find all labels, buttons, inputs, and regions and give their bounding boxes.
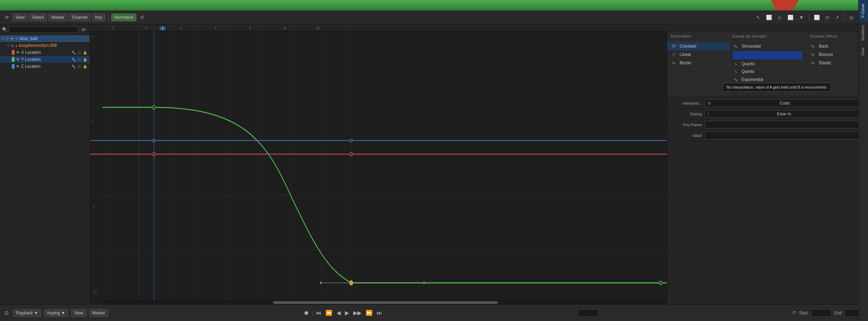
play-first-btn[interactable]: ⏮ bbox=[314, 309, 323, 317]
channel-item-z-location[interactable]: 👁 Z Location 🔧 ☑ 🔒 bbox=[0, 63, 90, 70]
bottom-bar: ⊙ Playback ▼ Keying ▼ View Marker ⏺ | ⏮ … bbox=[0, 304, 868, 321]
interp-item-sinusoidal[interactable]: ∿ Sinusoidal bbox=[729, 42, 806, 50]
playback-label: Playback bbox=[16, 311, 33, 315]
select-menu-btn[interactable]: Select bbox=[29, 14, 47, 21]
cubic-highlight-bar bbox=[733, 51, 803, 59]
tab-modifiers[interactable]: Modifiers bbox=[859, 21, 868, 44]
marker-menu-btn[interactable]: Marker bbox=[48, 14, 67, 21]
back-label: Back bbox=[819, 44, 828, 49]
box-icon-btn[interactable]: ⬜ bbox=[764, 14, 774, 21]
tab-fcurve[interactable]: F-Curve bbox=[859, 0, 868, 21]
channel-search-input[interactable] bbox=[9, 26, 78, 33]
crop-icon-btn[interactable]: ⬜ bbox=[785, 14, 795, 21]
svg-point-22 bbox=[320, 282, 322, 284]
ruler-mark-4: 4 bbox=[214, 26, 216, 30]
svg-point-24 bbox=[423, 282, 425, 284]
gizmo-btn[interactable]: ⊙ bbox=[823, 14, 832, 21]
interp-prop-dropdown[interactable]: 3/ Cubic ▼ bbox=[705, 99, 865, 107]
x-lock-btn[interactable]: 🔒 bbox=[82, 50, 88, 55]
swap-direction-btn[interactable]: ⇄ bbox=[79, 26, 88, 33]
channel-name-z: Z Location bbox=[21, 64, 69, 69]
z-wrench-btn[interactable]: 🔧 bbox=[71, 64, 76, 69]
easing-prop-dropdown[interactable]: / Ease In ▼ bbox=[705, 110, 865, 118]
exp-label: Exponential bbox=[742, 77, 764, 82]
start-frame-input[interactable]: 1 bbox=[811, 309, 832, 317]
x-channel-actions: 🔧 ☑ 🔒 bbox=[71, 50, 88, 55]
playback-btn[interactable]: Playback ▼ bbox=[13, 309, 41, 317]
easing-prop-value: Ease In bbox=[777, 112, 791, 116]
ruler-mark-2: 2 bbox=[180, 26, 182, 30]
keying-btn[interactable]: Keying ▼ bbox=[44, 309, 68, 317]
record-btn[interactable]: ⏺ bbox=[302, 309, 310, 317]
exp-icon: ∿ bbox=[733, 77, 739, 82]
tab-view[interactable]: View bbox=[859, 44, 868, 59]
keyframe-prop-input[interactable]: 1.000 bbox=[705, 121, 865, 129]
scroll-thumb[interactable] bbox=[273, 301, 498, 304]
back-icon: ∿ bbox=[810, 43, 816, 49]
channel-item-blue-ball[interactable]: ▽ ▽ 👁 ⊙ blue_ball bbox=[0, 35, 90, 42]
overlay-btn[interactable]: ⬜ bbox=[812, 14, 822, 21]
view-btn[interactable]: View bbox=[71, 309, 86, 317]
transform-icon-btn[interactable]: ⟳ bbox=[3, 14, 11, 21]
eye-icon-x[interactable]: 👁 bbox=[16, 50, 20, 55]
linear-icon: / bbox=[671, 52, 677, 57]
x-color-swatch bbox=[12, 50, 15, 55]
play-next-btn[interactable]: ▶▶ bbox=[352, 309, 363, 317]
mode-icon-btn[interactable]: ⊙ bbox=[3, 309, 10, 317]
eye-icon-y[interactable]: 👁 bbox=[16, 57, 20, 61]
z-lock-btn[interactable]: 🔒 bbox=[82, 64, 88, 69]
marker-btn[interactable]: Marker bbox=[89, 309, 108, 317]
channel-item-icosphere[interactable]: ▽ ⊙ ⬥ IcosphereAction.009 bbox=[0, 42, 90, 49]
play-next-key-btn[interactable]: ⏩ bbox=[364, 309, 374, 317]
x-check-btn[interactable]: ☑ bbox=[77, 50, 82, 55]
interp-item-bezier[interactable]: ∿ Bezier bbox=[667, 59, 729, 67]
play-last-btn[interactable]: ⏭ bbox=[375, 309, 384, 317]
eye-icon-z[interactable]: 👁 bbox=[16, 64, 20, 68]
y-axis: 5 0 -5 -10 bbox=[90, 31, 104, 297]
channel-item-x-location[interactable]: 👁 X Location 🔧 ☑ 🔒 bbox=[0, 49, 90, 56]
play-prev-btn[interactable]: ◀ bbox=[335, 309, 342, 317]
sinusoidal-icon: ∿ bbox=[733, 43, 739, 49]
snap-btn[interactable]: ↗ bbox=[833, 14, 841, 21]
ruler-mark-10: 10 bbox=[316, 26, 320, 30]
cursor-icon-btn[interactable]: ↖ bbox=[754, 14, 763, 21]
y-lock-btn[interactable]: 🔒 bbox=[82, 57, 88, 62]
channel-menu-btn[interactable]: Channel bbox=[69, 14, 91, 21]
refresh-btn[interactable]: ↺ bbox=[138, 14, 146, 21]
view-menu-btn[interactable]: View bbox=[12, 14, 28, 21]
eye-icon[interactable]: 👁 bbox=[10, 36, 14, 41]
z-check-btn[interactable]: ☑ bbox=[77, 64, 82, 69]
play-btn[interactable]: ▶ bbox=[343, 309, 350, 317]
graph-ruler: -2 0 1 2 4 6 8 10 bbox=[90, 24, 868, 31]
properties-panel: Interpolat... 3/ Cubic ▼ Easing / Ease I… bbox=[667, 95, 868, 304]
interp-item-quintic[interactable]: ∿ Quintic bbox=[729, 68, 806, 75]
interp-item-quartic[interactable]: ∿ Quartic bbox=[729, 60, 806, 68]
channel-name-icosphere: IcosphereAction.009 bbox=[19, 43, 88, 48]
frame-display[interactable]: 1 bbox=[578, 309, 598, 317]
interp-item-linear[interactable]: / Linear bbox=[667, 50, 729, 59]
playback-controls: ⏺ | ⏮ ⏪ ◀ ▶ ▶▶ ⏩ ⏭ bbox=[302, 309, 384, 317]
body-area: 🔍 ⇄ ▽ ▽ 👁 ⊙ blue_ball ▽ ⊙ ⬥ IcosphereAct… bbox=[0, 24, 868, 304]
toolbar-sep3 bbox=[844, 13, 844, 22]
interp-item-constant[interactable]: ⊓ Constant bbox=[667, 42, 729, 50]
warning-icon-btn[interactable]: ⚠ bbox=[775, 14, 784, 21]
value-prop-input[interactable]: -1 m bbox=[705, 132, 865, 139]
elastic-icon: ∿ bbox=[810, 60, 816, 66]
search-icon: 🔍 bbox=[2, 27, 7, 32]
graph-area[interactable]: 5 0 -5 -10 bbox=[90, 31, 667, 304]
play-prev-key-btn[interactable]: ⏪ bbox=[324, 309, 334, 317]
y-wrench-btn[interactable]: 🔧 bbox=[71, 57, 76, 62]
filter-btn[interactable]: ▼ bbox=[797, 14, 806, 21]
interp-col1-title: Interpolation bbox=[667, 34, 729, 41]
key-menu-btn[interactable]: Key bbox=[92, 14, 105, 21]
x-wrench-btn[interactable]: 🔧 bbox=[71, 50, 76, 55]
y-check-btn[interactable]: ☑ bbox=[77, 57, 82, 62]
channel-item-y-location[interactable]: 👁 Y Location 🔧 ☑ 🔒 bbox=[0, 56, 90, 63]
object-visibility-icon: ▽ bbox=[6, 37, 9, 41]
normalize-btn[interactable]: Normalize bbox=[111, 14, 136, 21]
onion-btn[interactable]: ◎ bbox=[847, 14, 856, 21]
ruler-mark-6: 6 bbox=[249, 26, 251, 30]
h-scrollbar[interactable] bbox=[104, 300, 667, 304]
eye-icon-2[interactable]: ⊙ bbox=[11, 43, 14, 48]
interp-col2-title: Easing (by strength) bbox=[729, 34, 806, 41]
